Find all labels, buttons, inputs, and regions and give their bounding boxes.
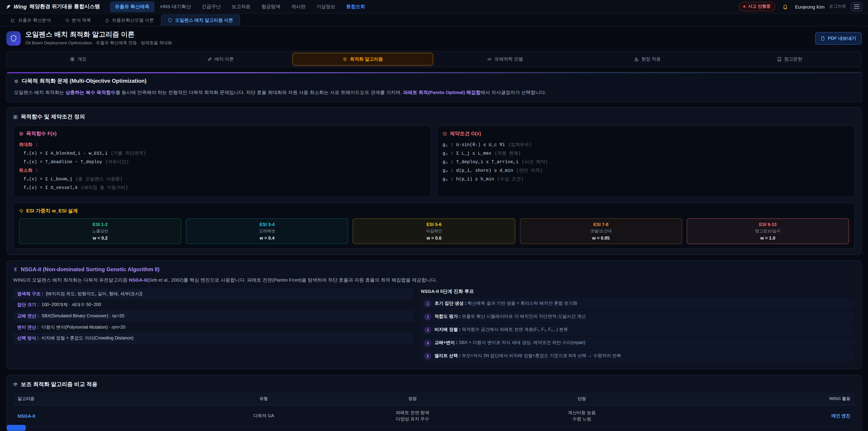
formula-comment: (기름 차단면적) [111,151,146,156]
nav-item-emergency-rescue[interactable]: 긴급구난 [197,1,225,12]
step-text: 비지배 정렬 : 목적함수 공간에서 파레토 전면 계층(F₁, F₂, F₃.… [434,326,568,333]
esi-range: ESI 3-4 [188,222,346,227]
gear-icon [343,57,347,61]
subtab-label: 유출유 확산분석 [18,17,51,23]
maximize-label: 최대화 : [19,141,426,149]
tab-field-application[interactable]: 현장 적용 [577,53,717,65]
topnav-right: 사고 진행중 Eunjeong Kim 로그아웃 [739,2,863,11]
param-label: 교배 연산 : [17,313,39,319]
subtab-analysis-list[interactable]: 분석 목록 [58,14,98,26]
esi-name: 맹그로브/습지 [689,228,847,235]
subtab-label: 유출유확산모델 이론 [112,17,154,23]
esi-range: ESI 5-6 [355,222,513,227]
subtab-label: 오일펜스 배치 알고리즘 이론 [175,17,233,24]
loop-step: 2적합도 평가 : 유출유 확산 시뮬레이터로 각 배치안의 차단면적·도달시간… [421,311,855,322]
user-name: Eunjeong Kim [795,4,825,9]
esi-cell: ESI 9-10 맹그로브/습지 w = 1.0 [687,219,849,244]
algorithm-wing-usage: 메인 엔진 [665,405,855,427]
esi-cell: ESI 5-6 자갈해안 w = 0.6 [353,219,515,244]
nav-item-integrated-search[interactable]: 통합조회 [341,1,370,12]
subtab-diffusion-analysis[interactable]: 유출유 확산분석 [4,14,57,26]
constraint-line: g₃ : T_deploy,i ≤ T_arrive,i(시간 제약) [442,158,849,166]
constraint-line: g₂ : Σ L_j ≤ L_max(자원 한계) [442,149,849,158]
formula-line: f₁(x) = Σ A_blocked,i · w_ESI,i(기름 차단면적) [19,149,426,158]
param-value: 비지배 정렬 + 혼잡도 거리(Crowding Distance) [41,335,133,342]
incident-badge-label: 사고 진행중 [748,4,771,9]
hamburger-menu-button[interactable] [851,2,863,11]
formula-line: f₄(x) = Σ D_vessel,k(배치점 총 이동거리) [19,184,426,192]
constraint-line: g₁ : U·sin(θᵢ) ≤ U_c ∀i(임계유속) [442,141,849,149]
step-desc: 목적함수 공간에서 파레토 전면 계층(F₁, F₂, F₃...) 분류 [462,327,568,332]
card-title: 목적함수 및 제약조건 정의 [21,113,85,121]
nsga2-intro-highlight: NSGA-II [129,277,147,283]
wing-logo-icon [5,4,11,9]
comparison-table: 알고리즘 유형 장점 단점 WING 활용 NSGA-II 다목적 GA 파레토… [13,393,855,431]
tab-overview[interactable]: 개요 [8,53,149,65]
nav-item-weather[interactable]: 기상정보 [311,1,340,12]
formula: g₄ : d(p_i, shore) ≥ d_min [442,168,513,173]
pdf-export-button[interactable]: PDF 내보내기 [815,32,862,44]
step-text: 교배+변이 : SBX + 다항식 변이로 자식 세대 생성. 제약조건 위반 … [434,339,585,346]
balance-scale-icon [13,382,18,387]
nav-item-board[interactable]: 게시판 [286,1,310,12]
esi-name: 노출암반 [21,228,179,235]
step-label: 엘리트 선택 : [434,353,460,358]
tab-deployment-theory[interactable]: 배치 이론 [150,53,291,65]
algorithm-cons: 계산비용 높음 수렴 느림 [498,405,665,427]
col-header-pros: 장점 [327,393,498,405]
notifications-button[interactable] [780,2,790,11]
chart-icon [11,18,16,22]
constraint-line: g₄ : d(p_i, shore) ≥ d_min(연안 이격) [442,166,849,175]
nsga2-intro-text: WING의 오일펜스 배치 최적화는 다목적 유전알고리즘 [13,277,129,283]
globe-icon [70,57,75,61]
intro-highlight: 상충하는 복수 목적함수 [66,90,116,95]
ban-icon [442,131,447,136]
subtab-diffusion-model-theory[interactable]: 유출유확산모델 이론 [98,14,160,26]
esi-name: 자갈해안 [355,228,513,235]
page-title: 오일펜스 배치 최적화 알고리즘 이론 [25,30,172,39]
subtab-boom-algorithm-theory[interactable]: 오일펜스 배치 알고리즘 이론 [161,14,240,26]
tab-hydrodynamics-model[interactable]: 유체역학 모델 [435,53,575,65]
tab-optimization-algorithm[interactable]: 최적화 알고리즘 [293,53,433,65]
formula: g₂ : Σ L_j ≤ L_max [442,151,491,156]
brand[interactable]: Wing 해양환경 위기대응 통합시스템 [5,3,100,10]
nsga2-title: NSGA-II (Non-dominated Sorting Genetic A… [21,267,160,273]
table-row[interactable]: PSO 입자군집 빠른 수렴 구현 단순 조기수렴 다목적 취약 단일목적 빠른… [13,427,855,431]
loop-step: 3비지배 정렬 : 목적함수 공간에서 파레토 전면 계층(F₁, F₂, F₃… [421,324,855,335]
table-header-row: 알고리즘 유형 장점 단점 WING 활용 [13,393,855,405]
card-title-row: 목적함수 및 제약조건 정의 [13,113,855,121]
intro-highlight: 파레토 최적(Pareto Optimal) 해집합 [403,90,480,95]
step-label: 초기 집단 생성 : [434,300,466,305]
bell-icon [782,4,788,9]
grid-icon [13,115,18,119]
formula-comment: (시간 제약) [522,160,548,165]
step-desc: 부모+자식 2N 집단에서 비지배 정렬+혼잡도 기준으로 N개 선택 → 수렴… [462,353,621,358]
nav-item-reports[interactable]: 보고자료 [226,1,255,12]
esi-panel-title: ESI 가중치 w_ESI 설계 [26,208,78,214]
nav-item-oil-spill-prediction[interactable]: 유출유 확산예측 [110,1,154,12]
step-number: 5 [425,353,431,359]
document-icon [820,36,825,40]
logout-button[interactable]: 로그아웃 [829,4,846,9]
step-number: 3 [425,327,431,333]
nsga2-params-list: 염색체 구조 :[배치지점 위도, 방향각도, 길이, 형태, 세부(표시)] … [13,288,414,363]
step-text: 초기 집단 생성 : 확산예측 결과 기반 샘플 + 휴리스틱 배치안 혼합 초… [434,300,577,306]
brand-name: Wing [13,3,27,10]
nav-item-hns-atmospheric[interactable]: HNS·대기확산 [155,1,196,12]
esi-cell: ESI 1-2 노출암반 w = 0.2 [19,219,181,244]
dna-icon [13,267,18,272]
esi-weight-panel: ESI 가중치 w_ESI 설계 ESI 1-2 노출암반 w = 0.2 ES… [13,203,855,249]
bottom-left-indicator [7,425,26,431]
intro-banner: 다목적 최적화 문제 (Multi-Objective Optimization… [6,72,862,102]
building-icon [634,57,639,61]
nsga2-card: NSGA-II (Non-dominated Sorting Genetic A… [6,260,862,369]
objective-panel-title: 목적함수 F(x) [26,130,57,137]
incident-status-badge[interactable]: 사고 진행중 [739,2,775,11]
algorithm-cons: 조기수렴 다목적 취약 [498,427,665,431]
step-text: 엘리트 선택 : 부모+자식 2N 집단에서 비지배 정렬+혼잡도 기준으로 N… [434,352,621,359]
nav-item-aerial-search[interactable]: 항공탐색 [256,1,285,12]
tab-references[interactable]: 참고문헌 [719,53,860,65]
table-row[interactable]: NSGA-II 다목적 GA 파레토 전면 탐색 다양성 유지 우수 계산비용 … [13,405,855,427]
gear-icon [14,79,19,83]
param-label: 선택 방식 : [17,335,39,342]
